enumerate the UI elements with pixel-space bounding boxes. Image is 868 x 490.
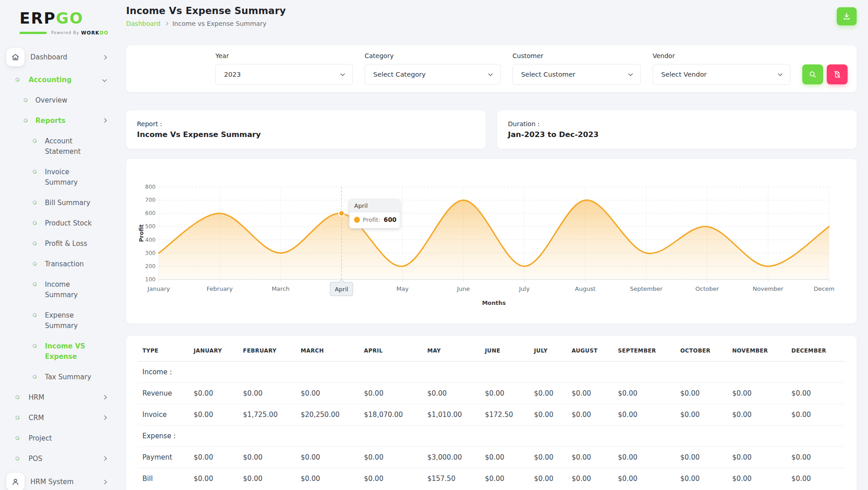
sidebar-item-label: CRM (29, 413, 44, 423)
column-header: JUNE (480, 339, 529, 362)
y-axis-label: 300 (145, 250, 156, 256)
row-value: $1,010.00 (423, 404, 480, 426)
column-header: NOVEMBER (727, 339, 787, 362)
sidebar-item-hrm-system[interactable]: HRM System (0, 469, 118, 490)
row-value: $0.00 (676, 468, 727, 490)
column-header: JANUARY (189, 339, 239, 362)
logo-erp-text: ERP (20, 9, 56, 27)
sidebar-item-accounting[interactable]: Accounting (0, 70, 118, 90)
chevron-right-icon (102, 55, 107, 60)
filter-card: Year 2023 Category Select Category Custo… (126, 45, 857, 92)
sidebar-item-profit-loss[interactable]: Profit & Loss (0, 234, 118, 254)
chevron-down-icon (778, 72, 783, 76)
income-expense-table: TYPEJANUARYFEBRUARYMARCHAPRILMAYJUNEJULY… (138, 339, 845, 489)
customer-label: Customer (512, 52, 641, 59)
sidebar-item-label: POS (29, 454, 42, 464)
y-axis-label: 800 (145, 184, 156, 190)
row-type: Revenue (138, 383, 189, 404)
year-select[interactable]: 2023 (215, 64, 353, 85)
ring-icon (11, 395, 24, 399)
row-value: $0.00 (727, 468, 787, 490)
sidebar-item-label: Income VS Expense (45, 341, 101, 362)
customer-select[interactable]: Select Customer (512, 64, 641, 85)
reset-filter-button[interactable] (827, 64, 848, 84)
row-value: $0.00 (529, 383, 567, 404)
download-icon (842, 12, 851, 21)
column-header: TYPE (138, 339, 189, 362)
row-type: Invoice (138, 404, 189, 426)
y-axis-label: 700 (145, 197, 156, 203)
svg-text:Profit:: Profit: (363, 216, 380, 223)
y-axis-label: 400 (145, 237, 156, 243)
table-row: Revenue$0.00$0.00$0.00$0.00$0.00$0.00$0.… (138, 383, 845, 404)
row-value: $0.00 (529, 404, 567, 426)
ring-icon (29, 139, 40, 143)
row-value: $0.00 (296, 447, 360, 468)
svg-text:April: April (335, 286, 348, 293)
brand-do-text: DO (99, 30, 108, 35)
sidebar-item-label: Tax Summary (45, 372, 91, 382)
duration-card: Duration : Jan-2023 to Dec-2023 (497, 110, 857, 149)
profit-chart[interactable]: 100200300400500600700800JanuaryFebruaryM… (136, 168, 848, 308)
chart-marker (339, 211, 344, 216)
table-card: TYPEJANUARYFEBRUARYMARCHAPRILMAYJUNEJULY… (126, 336, 857, 490)
row-value: $157.50 (423, 468, 480, 490)
column-header: OCTOBER (676, 339, 727, 362)
sidebar-item-dashboard[interactable]: Dashboard (0, 44, 118, 70)
download-button[interactable] (837, 7, 857, 25)
sidebar-item-label: Product Stock (45, 218, 92, 229)
sidebar-item-income-summary[interactable]: Income Summary (0, 274, 118, 305)
svg-text:600: 600 (384, 216, 396, 223)
page-header: Income Vs Expense Summary Dashboard Inco… (126, 0, 857, 27)
chevron-right-icon (102, 416, 107, 420)
row-value: $0.00 (676, 404, 727, 426)
row-value: $0.00 (676, 447, 727, 468)
sidebar-item-label: Account Statement (45, 136, 101, 157)
row-value: $172.50 (480, 404, 529, 426)
sidebar-item-account-statement[interactable]: Account Statement (0, 131, 118, 162)
vendor-select[interactable]: Select Vendor (653, 64, 790, 85)
ring-icon (29, 201, 40, 205)
sidebar-item-transaction[interactable]: Transaction (0, 254, 118, 274)
chevron-down-icon (341, 72, 345, 76)
sidebar-item-pos[interactable]: POS (0, 449, 118, 469)
file-off-icon (833, 70, 841, 78)
row-value: $20,250.00 (296, 404, 360, 426)
sidebar-item-tax-summary[interactable]: Tax Summary (0, 367, 118, 387)
x-label-highlight: April (330, 279, 353, 296)
table-row: Payment$0.00$0.00$0.00$0.00$3,000.00$0.0… (138, 447, 845, 468)
sidebar-item-hrm[interactable]: HRM (0, 387, 118, 408)
x-axis-label: July (518, 285, 530, 292)
sidebar-item-income-vs-expense[interactable]: Income VS Expense (0, 336, 118, 367)
sidebar-item-expense-summary[interactable]: Expense Summary (0, 305, 118, 336)
sidebar-item-reports[interactable]: Reports (0, 111, 118, 131)
search-icon (809, 70, 817, 78)
powered-by-label: Powered By (51, 30, 79, 35)
sidebar-item-invoice-summary[interactable]: Invoice Summary (0, 162, 118, 193)
ring-icon (29, 170, 40, 174)
breadcrumb: Dashboard Income vs Expense Summary (126, 20, 286, 27)
sidebar-item-project[interactable]: Project (0, 428, 118, 449)
sidebar-item-bill-summary[interactable]: Bill Summary (0, 193, 118, 213)
x-axis-label: January (147, 285, 170, 292)
category-label: Category (365, 52, 501, 59)
axis-title-profit: Profit (138, 224, 145, 242)
logo-go-text: GO (56, 9, 83, 27)
sidebar-item-product-stock[interactable]: Product Stock (0, 213, 118, 234)
breadcrumb-dashboard-link[interactable]: Dashboard (126, 20, 161, 27)
chevron-down-icon (629, 72, 633, 76)
column-header: SEPTEMBER (614, 339, 676, 362)
sidebar-item-crm[interactable]: CRM (0, 408, 118, 428)
row-value: $0.00 (567, 404, 613, 426)
y-axis-label: 500 (145, 223, 156, 230)
category-select[interactable]: Select Category (365, 64, 501, 85)
sidebar-item-label: HRM (29, 392, 44, 403)
row-value: $0.00 (567, 447, 613, 468)
y-axis-label: 200 (145, 263, 156, 270)
search-button[interactable] (802, 64, 823, 84)
ring-icon (20, 118, 31, 122)
logo[interactable]: ERPGO Powered By WORKDO (0, 0, 118, 42)
sidebar-item-overview[interactable]: Overview (0, 90, 118, 111)
chevron-right-icon (102, 118, 107, 123)
vendor-select-value: Select Vendor (661, 71, 707, 78)
